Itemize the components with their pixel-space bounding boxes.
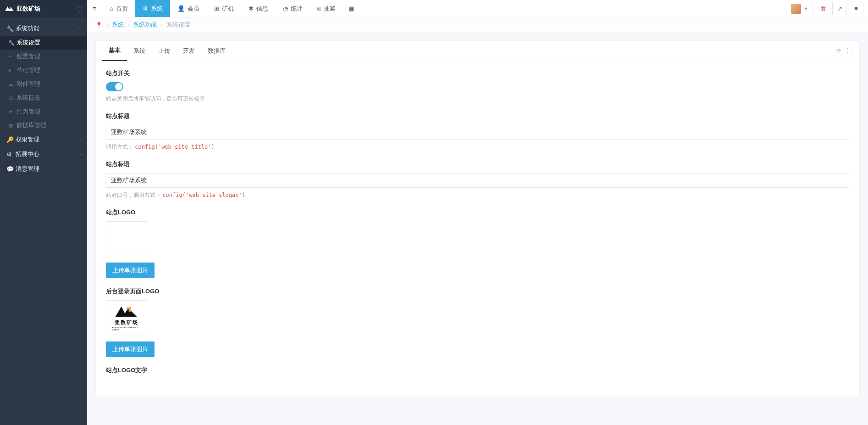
avatar bbox=[791, 4, 801, 14]
sidebar-group-extension[interactable]: ⚙ 拓展中心 ‹ bbox=[0, 147, 87, 162]
card-tabs: 基本 系统 上传 开发 数据库 ⟳ ⛶ bbox=[96, 41, 859, 61]
field-logo-text: 站点LOGO文字 bbox=[106, 366, 849, 375]
input-site-slogan[interactable] bbox=[106, 173, 849, 188]
gear-icon: ⚙ bbox=[6, 151, 16, 158]
label-site-logo: 站点LOGO bbox=[106, 208, 849, 217]
label-site-slogan: 站点标语 bbox=[106, 160, 849, 168]
field-site-title: 站点标题 调用方式： config('web_site_title') bbox=[106, 112, 849, 151]
label-logo-text: 站点LOGO文字 bbox=[106, 366, 849, 375]
sidebar-item-system-settings[interactable]: 🔧系统设置 bbox=[0, 36, 87, 50]
field-login-logo: 后台登录页面LOGO 亚数矿场 ASIAN DIGITAL CURRENCY M… bbox=[106, 287, 849, 357]
topnav-lottery[interactable]: ⎚抽奖 bbox=[310, 0, 343, 17]
sidebar-item-database-manage[interactable]: ▦数据库管理 bbox=[0, 118, 87, 132]
user-menu[interactable]: ▼ bbox=[789, 2, 813, 15]
help-site-title: 调用方式： config('web_site_title') bbox=[106, 143, 849, 151]
upload-site-logo-button[interactable]: 上传单张图片 bbox=[106, 263, 155, 278]
card-tools: ⟳ ⛶ bbox=[836, 47, 853, 54]
menu-icon: ≡ bbox=[854, 5, 858, 12]
field-site-logo: 站点LOGO 上传单张图片 bbox=[106, 208, 849, 278]
topnav-grid[interactable]: ▦ bbox=[343, 0, 359, 17]
expand-icon[interactable]: ⛶ bbox=[847, 47, 853, 54]
db-icon: ▦ bbox=[8, 123, 13, 129]
breadcrumb-link-system[interactable]: 系统 bbox=[112, 21, 124, 29]
breadcrumb-link-system-functions[interactable]: 系统功能 bbox=[133, 21, 157, 29]
topbar: ≡ ⌂首页 ⚙系统 👤会员 ⊞矿机 ✱信息 ◔统计 ⎚抽奖 ▦ ▼ 🗑 ↗ ≡ bbox=[87, 0, 868, 17]
net-icon: ✱ bbox=[249, 5, 254, 12]
more-button[interactable]: ≡ bbox=[849, 2, 863, 15]
field-site-slogan: 站点标语 站点口号，调用方式： config('web_site_slogan'… bbox=[106, 160, 849, 199]
topnav-member[interactable]: 👤会员 bbox=[170, 0, 207, 17]
sliders-icon: ☰ bbox=[8, 54, 13, 60]
input-site-title[interactable] bbox=[106, 125, 849, 140]
chat-icon: 💬 bbox=[6, 166, 16, 173]
topnav-system[interactable]: ⚙系统 bbox=[135, 0, 170, 17]
book-icon: ▤ bbox=[8, 95, 13, 101]
droplet-icon[interactable]: ◌ bbox=[77, 5, 83, 12]
tab-basic[interactable]: 基本 bbox=[102, 41, 127, 61]
chevron-down-icon: ﹀ bbox=[77, 25, 82, 32]
star-icon: ★ bbox=[8, 109, 13, 115]
sidebar-item-action-manage[interactable]: ★行为管理 bbox=[0, 105, 87, 118]
sidebar-group-permission[interactable]: 🔑 权限管理 ‹ bbox=[0, 132, 87, 147]
label-login-logo: 后台登录页面LOGO bbox=[106, 287, 849, 296]
brand-logo: 亚数矿场 bbox=[5, 5, 40, 13]
chevron-left-icon: ‹ bbox=[80, 152, 82, 157]
label-site-switch: 站点开关 bbox=[106, 69, 849, 78]
topnav-stats[interactable]: ◔统计 bbox=[276, 0, 310, 17]
label-site-title: 站点标题 bbox=[106, 112, 849, 120]
external-icon: ↗ bbox=[837, 5, 842, 12]
windows-icon: ⊞ bbox=[214, 5, 219, 12]
sidebar-menu: 🔧 系统功能 ﹀ 🔧系统设置 ☰配置管理 ≡节点管理 ☁附件管理 ▤系统日志 ★… bbox=[0, 17, 87, 405]
sidebar-item-attachment-manage[interactable]: ☁附件管理 bbox=[0, 77, 87, 91]
pin-icon: 📍 bbox=[95, 22, 103, 28]
tab-dev[interactable]: 开发 bbox=[177, 41, 201, 61]
breadcrumb: 📍 › 系统 › 系统功能 › 系统设置 bbox=[87, 17, 868, 33]
gift-icon: ⎚ bbox=[317, 5, 321, 12]
hamburger-icon: ≡ bbox=[93, 5, 97, 12]
external-link-button[interactable]: ↗ bbox=[832, 2, 847, 15]
settings-card: 基本 系统 上传 开发 数据库 ⟳ ⛶ 站点开关 站点关闭后将不能访问，后台可正… bbox=[95, 40, 860, 396]
sidebar-logo-bar: 亚数矿场 ◌ bbox=[0, 0, 87, 17]
breadcrumb-current: 系统设置 bbox=[166, 21, 190, 29]
trash-icon: 🗑 bbox=[820, 5, 826, 12]
help-site-slogan: 站点口号，调用方式： config('web_site_slogan') bbox=[106, 191, 849, 199]
upload-login-logo-button[interactable]: 上传单张图片 bbox=[106, 341, 155, 357]
wrench-icon: 🔧 bbox=[6, 25, 16, 32]
topnav-info[interactable]: ✱信息 bbox=[241, 0, 276, 17]
site-logo-preview[interactable] bbox=[106, 221, 147, 256]
cloud-icon: ☁ bbox=[8, 81, 13, 87]
sidebar-item-config-manage[interactable]: ☰配置管理 bbox=[0, 50, 87, 63]
key-icon: 🔑 bbox=[6, 136, 16, 143]
topnav-home[interactable]: ⌂首页 bbox=[102, 0, 135, 17]
tab-system[interactable]: 系统 bbox=[127, 41, 152, 61]
home-icon: ⌂ bbox=[110, 5, 113, 12]
wrench-icon: 🔧 bbox=[8, 40, 15, 46]
login-logo-preview[interactable]: 亚数矿场 ASIAN DIGITAL CURRENCY MINING bbox=[106, 300, 147, 335]
gear-icon: ⚙ bbox=[143, 5, 148, 12]
clear-cache-button[interactable]: 🗑 bbox=[816, 2, 830, 15]
user-icon: 👤 bbox=[177, 5, 185, 12]
sidebar-item-node-manage[interactable]: ≡节点管理 bbox=[0, 63, 87, 77]
pie-icon: ◔ bbox=[283, 5, 288, 12]
sidebar-group-message[interactable]: 💬 消息管理 bbox=[0, 162, 87, 176]
main-content: 基本 系统 上传 开发 数据库 ⟳ ⛶ 站点开关 站点关闭后将不能访问，后台可正… bbox=[87, 0, 868, 405]
topnav-miner[interactable]: ⊞矿机 bbox=[207, 0, 241, 17]
chevron-left-icon: ‹ bbox=[80, 137, 82, 142]
card-body: 站点开关 站点关闭后将不能访问，后台可正常登录 站点标题 调用方式： confi… bbox=[96, 61, 859, 396]
sidebar-group-system-functions[interactable]: 🔧 系统功能 ﹀ bbox=[0, 21, 87, 36]
sidebar: 亚数矿场 ◌ 🔧 系统功能 ﹀ 🔧系统设置 ☰配置管理 ≡节点管理 ☁附件管理 … bbox=[0, 0, 87, 405]
grid-icon: ▦ bbox=[348, 5, 354, 12]
site-switch-toggle[interactable] bbox=[106, 82, 123, 91]
sidebar-item-system-log[interactable]: ▤系统日志 bbox=[0, 91, 87, 105]
tab-upload[interactable]: 上传 bbox=[152, 41, 177, 61]
brand-logo-icon bbox=[5, 6, 15, 12]
sidebar-toggle-button[interactable]: ≡ bbox=[87, 0, 102, 17]
list-icon: ≡ bbox=[8, 67, 11, 73]
tab-database[interactable]: 数据库 bbox=[201, 41, 232, 61]
help-site-switch: 站点关闭后将不能访问，后台可正常登录 bbox=[106, 95, 849, 103]
field-site-switch: 站点开关 站点关闭后将不能访问，后台可正常登录 bbox=[106, 69, 849, 103]
svg-rect-0 bbox=[10, 7, 11, 9]
login-logo-image: 亚数矿场 ASIAN DIGITAL CURRENCY MINING bbox=[108, 304, 145, 331]
refresh-icon[interactable]: ⟳ bbox=[836, 47, 841, 54]
login-logo-icon bbox=[113, 304, 140, 319]
